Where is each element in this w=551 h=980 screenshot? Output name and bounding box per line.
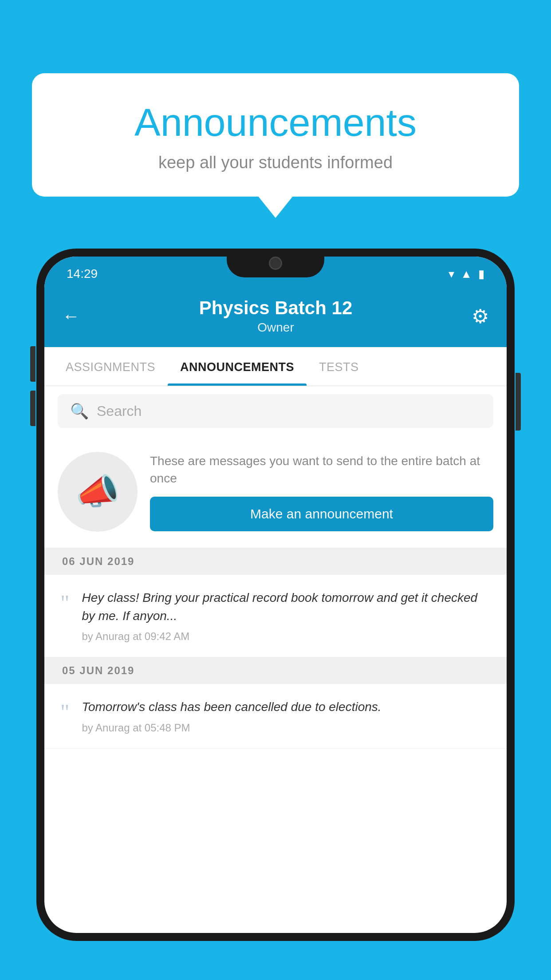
tab-assignments[interactable]: ASSIGNMENTS xyxy=(53,347,168,386)
prompt-right: These are messages you want to send to t… xyxy=(150,452,493,531)
volume-down-button xyxy=(30,391,35,426)
settings-icon[interactable]: ⚙ xyxy=(472,305,489,328)
header-center: Physics Batch 12 Owner xyxy=(199,297,353,335)
phone-screen: 14:29 ▾ ▲ ▮ ← Physics Batch 12 Owner ⚙ xyxy=(44,257,507,933)
search-container: 🔍 Search xyxy=(44,386,507,436)
prompt-description: These are messages you want to send to t… xyxy=(150,452,493,487)
search-icon: 🔍 xyxy=(70,402,89,420)
battery-icon: ▮ xyxy=(478,267,484,281)
header-title: Physics Batch 12 xyxy=(199,297,353,319)
announcement-item-1[interactable]: " Hey class! Bring your practical record… xyxy=(44,575,507,657)
search-input[interactable]: Search xyxy=(97,403,142,419)
signal-icon: ▲ xyxy=(460,267,472,281)
announcement-content-1: Hey class! Bring your practical record b… xyxy=(82,589,491,643)
tabs-bar: ASSIGNMENTS ANNOUNCEMENTS TESTS xyxy=(44,347,507,386)
announcement-content-2: Tomorrow's class has been cancelled due … xyxy=(82,698,491,734)
app-header: ← Physics Batch 12 Owner ⚙ xyxy=(44,288,507,347)
back-button[interactable]: ← xyxy=(62,306,80,326)
wifi-icon: ▾ xyxy=(449,267,454,281)
make-announcement-button[interactable]: Make an announcement xyxy=(150,497,493,531)
megaphone-icon: 📣 xyxy=(75,471,120,513)
phone-notch xyxy=(227,249,324,277)
speech-bubble: Announcements keep all your students inf… xyxy=(32,73,519,197)
quote-icon-1: " xyxy=(60,592,69,614)
hero-section: Announcements keep all your students inf… xyxy=(32,73,519,197)
front-camera xyxy=(269,257,282,270)
announcement-meta-2: by Anurag at 05:48 PM xyxy=(82,722,491,734)
phone-body: 14:29 ▾ ▲ ▮ ← Physics Batch 12 Owner ⚙ xyxy=(36,249,515,941)
status-time: 14:29 xyxy=(67,267,98,281)
power-button xyxy=(516,373,521,431)
date-separator-1: 06 JUN 2019 xyxy=(44,548,507,575)
tab-announcements[interactable]: ANNOUNCEMENTS xyxy=(168,347,307,386)
announcement-meta-1: by Anurag at 09:42 AM xyxy=(82,630,491,643)
megaphone-circle: 📣 xyxy=(58,452,138,532)
date-separator-2: 05 JUN 2019 xyxy=(44,657,507,684)
announcement-text-1: Hey class! Bring your practical record b… xyxy=(82,589,491,625)
quote-icon-2: " xyxy=(60,701,69,723)
hero-subtitle: keep all your students informed xyxy=(54,153,497,172)
header-subtitle: Owner xyxy=(199,320,353,335)
hero-title: Announcements xyxy=(54,100,497,145)
announcement-prompt: 📣 These are messages you want to send to… xyxy=(44,436,507,548)
announcement-text-2: Tomorrow's class has been cancelled due … xyxy=(82,698,491,716)
announcement-item-2[interactable]: " Tomorrow's class has been cancelled du… xyxy=(44,684,507,749)
phone-mockup: 14:29 ▾ ▲ ▮ ← Physics Batch 12 Owner ⚙ xyxy=(36,249,515,980)
tab-tests[interactable]: TESTS xyxy=(307,347,371,386)
search-box[interactable]: 🔍 Search xyxy=(58,394,493,428)
status-icons: ▾ ▲ ▮ xyxy=(449,267,484,281)
volume-up-button xyxy=(30,346,35,382)
